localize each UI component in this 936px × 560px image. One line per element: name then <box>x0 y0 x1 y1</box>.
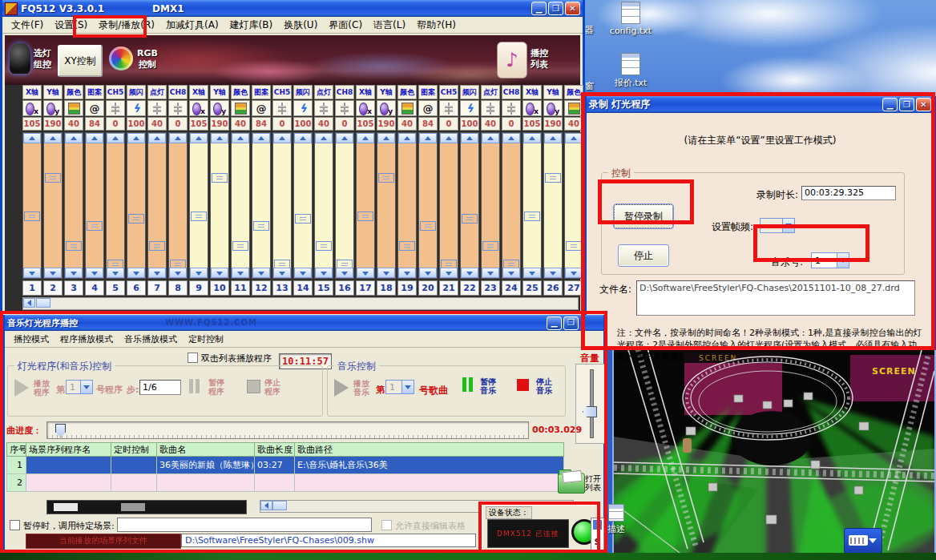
fader-up-arrow[interactable] <box>502 133 520 143</box>
channel-scrollbar[interactable] <box>22 297 579 310</box>
cell-program[interactable] <box>26 474 111 492</box>
channel-number[interactable]: 24 <box>502 280 521 296</box>
fader-down-arrow[interactable] <box>232 268 249 278</box>
channel-fader[interactable] <box>293 132 313 279</box>
fader-up-arrow[interactable] <box>169 133 187 143</box>
maximize-button[interactable]: ❐ <box>548 2 563 15</box>
main-titlebar[interactable]: FQ512 V3.3.0.1 DMX1 ▁ ❐ ✕ <box>2 0 583 17</box>
stop-record-button[interactable]: 停止 <box>618 244 669 267</box>
stop-program-icon[interactable] <box>247 380 260 393</box>
channel-number[interactable]: 16 <box>335 280 354 296</box>
menu-item[interactable]: 加减灯具(A) <box>160 18 224 33</box>
channel-number[interactable]: 1 <box>22 280 42 296</box>
table-row[interactable]: 2 <box>6 474 564 492</box>
fader-thumb[interactable] <box>66 241 82 251</box>
menu-item[interactable]: 界面(C) <box>323 18 368 33</box>
table-header-cell[interactable]: 场景序列程序名 <box>26 442 111 457</box>
fader-up-arrow[interactable] <box>482 133 499 143</box>
desktop-icon-quote[interactable]: 报价.txt <box>603 53 659 89</box>
menu-item[interactable]: 帮助?(H) <box>411 18 462 33</box>
channel-number[interactable]: 3 <box>64 280 83 296</box>
menu-item[interactable]: 换肤(U) <box>278 18 323 33</box>
table-header-cell[interactable]: 定时控制 <box>111 442 156 457</box>
fader-down-arrow[interactable] <box>377 268 395 278</box>
channel-number[interactable]: 9 <box>189 280 208 296</box>
player-menu-item[interactable]: 定时控制 <box>183 332 229 346</box>
fader-down-arrow[interactable] <box>398 268 416 278</box>
fader-up-arrow[interactable] <box>377 133 395 143</box>
fader-thumb[interactable] <box>87 221 103 231</box>
fader-up-arrow[interactable] <box>544 133 562 143</box>
desktop-icon-desc[interactable]: 描述 <box>603 504 630 535</box>
fader-down-arrow[interactable] <box>315 268 333 278</box>
fader-down-arrow[interactable] <box>252 268 270 278</box>
player-titlebar[interactable]: 音乐灯光程序播控 WWW.FQ512.COM ▁ ❐ <box>5 315 603 331</box>
fader-thumb[interactable] <box>524 212 540 221</box>
desktop-icon-config[interactable]: config.txt <box>603 2 659 36</box>
fader-thumb[interactable] <box>253 221 269 231</box>
fader-down-arrow[interactable] <box>86 268 103 278</box>
cell-path[interactable]: E:\音乐\婚礼音乐\36美 <box>294 457 564 474</box>
fader-down-arrow[interactable] <box>357 268 374 278</box>
fader-down-arrow[interactable] <box>107 268 124 278</box>
cell-length[interactable]: 03:27 <box>254 457 294 474</box>
channel-number[interactable]: 8 <box>168 280 188 296</box>
channel-number[interactable]: 14 <box>293 280 313 296</box>
channel-number[interactable]: 12 <box>252 280 271 296</box>
song-progress-bar[interactable] <box>46 421 529 439</box>
fader-down-arrow[interactable] <box>336 268 353 278</box>
menu-item[interactable]: 文件(F) <box>6 18 49 33</box>
fader-down-arrow[interactable] <box>169 268 187 278</box>
fader-up-arrow[interactable] <box>440 133 458 143</box>
maximize-button[interactable]: ❐ <box>899 98 914 111</box>
rgb-control-button[interactable]: RGB控制 <box>135 48 160 71</box>
channel-number[interactable]: 20 <box>418 280 438 296</box>
channel-fader[interactable] <box>397 132 417 279</box>
player-menu-item[interactable]: 播控模式 <box>8 332 54 346</box>
channel-fader[interactable] <box>564 132 583 279</box>
minimize-button[interactable]: ▁ <box>531 2 547 15</box>
channel-fader[interactable] <box>460 132 479 279</box>
progress-thumb[interactable] <box>55 424 66 437</box>
fader-up-arrow[interactable] <box>315 133 333 143</box>
menu-item[interactable]: 建灯库(B) <box>224 18 279 33</box>
table-row[interactable]: 1 36美丽的新娘（陈慧琳）- 北 03:27 E:\音乐\婚礼音乐\36美 <box>6 457 564 474</box>
channel-fader[interactable] <box>210 132 229 279</box>
fader-down-arrow[interactable] <box>544 268 562 278</box>
channel-number[interactable]: 27 <box>564 280 583 296</box>
record-dialog-titlebar[interactable]: 录制 灯光程序 ▁ ❐ ✕ <box>587 96 934 113</box>
fader-down-arrow[interactable] <box>565 268 583 278</box>
pause-scene-field[interactable] <box>117 518 372 532</box>
fader-thumb[interactable] <box>295 214 311 224</box>
playlist-button[interactable]: 播控列表 <box>529 48 550 71</box>
current-file-field[interactable]: D:\Software\FreeStyler\FQ-Chases\009.shw <box>181 534 476 547</box>
channel-number[interactable]: 7 <box>147 280 167 296</box>
channel-fader[interactable] <box>439 132 458 279</box>
channel-number[interactable]: 22 <box>460 280 479 296</box>
channel-number[interactable]: 15 <box>314 280 333 296</box>
player-menu-item[interactable]: 音乐播放模式 <box>119 332 183 346</box>
fader-down-arrow[interactable] <box>148 268 166 278</box>
scroll-left-arrow[interactable] <box>23 298 35 308</box>
close-button[interactable]: ✕ <box>565 2 580 15</box>
fader-down-arrow[interactable] <box>190 268 208 278</box>
fader-thumb[interactable] <box>232 241 248 251</box>
fader-down-arrow[interactable] <box>502 268 520 278</box>
fader-up-arrow[interactable] <box>211 133 228 143</box>
table-header-cell[interactable]: 歌曲长度 <box>254 442 294 457</box>
table-header-cell[interactable]: 歌曲名 <box>156 442 254 457</box>
fader-up-arrow[interactable] <box>107 133 124 143</box>
fader-down-arrow[interactable] <box>440 268 458 278</box>
channel-fader[interactable] <box>522 132 542 279</box>
play-program-icon[interactable] <box>14 379 29 397</box>
channel-fader[interactable] <box>314 132 333 279</box>
channel-fader[interactable] <box>64 132 83 279</box>
pause-music-icon[interactable] <box>462 377 475 394</box>
scroll-thumb[interactable] <box>36 298 50 308</box>
channel-fader[interactable] <box>22 132 42 279</box>
fader-up-arrow[interactable] <box>65 133 83 143</box>
fader-up-arrow[interactable] <box>565 133 583 143</box>
fader-down-arrow[interactable] <box>23 268 41 278</box>
channel-fader[interactable] <box>231 132 250 279</box>
fader-up-arrow[interactable] <box>294 133 312 143</box>
